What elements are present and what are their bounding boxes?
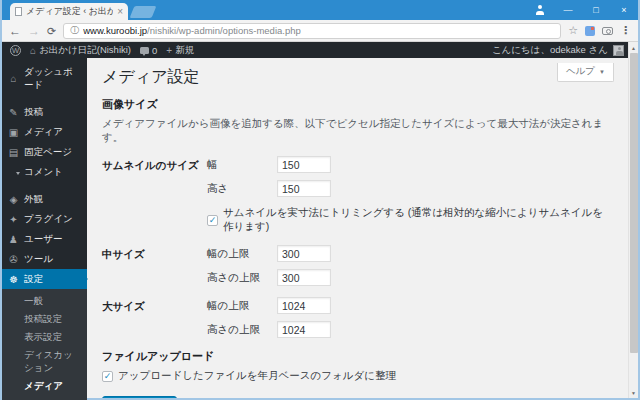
sidebar-item-label: 固定ページ xyxy=(24,146,72,159)
submenu-item-reading[interactable]: 表示設定 xyxy=(2,328,87,346)
help-label: ヘルプ xyxy=(566,65,595,78)
scroll-down-icon[interactable]: ▼ xyxy=(631,387,636,398)
browser-tab[interactable]: メディア設定 ‹ お出かけ日記 × xyxy=(10,3,128,20)
screenshot-extension-icon[interactable] xyxy=(602,27,613,35)
sidebar-item-label: 外観 xyxy=(24,193,43,206)
scrollbar-thumb[interactable] xyxy=(630,53,638,353)
thumbnail-width-input[interactable] xyxy=(277,156,331,173)
home-icon: ⌂ xyxy=(30,45,36,56)
maximize-button[interactable]: □ xyxy=(582,0,610,20)
scroll-up-icon[interactable]: ▲ xyxy=(631,42,636,53)
medium-height-field: 高さの上限 xyxy=(207,269,331,286)
site-name-label: お出かけ日記(Nishiki) xyxy=(39,44,131,57)
sidebar-item-settings[interactable]: ☸ 設定 xyxy=(2,269,87,289)
upload-organize-row: ✓ アップロードしたファイルを年月ベースのフォルダに整理 xyxy=(102,369,612,383)
plugins-icon: ✦ xyxy=(8,214,19,225)
page-info-icon[interactable]: ⓘ xyxy=(70,24,79,37)
dashboard-icon: ⌂ xyxy=(8,73,19,84)
comments-menu[interactable]: 0 xyxy=(140,45,157,56)
sidebar-item-label: プラグイン xyxy=(24,213,73,226)
appearance-icon: ◈ xyxy=(8,194,19,205)
submenu-item-discussion[interactable]: ディスカッション xyxy=(2,346,87,377)
file-upload-heading: ファイルアップロード xyxy=(102,349,612,364)
posts-pin-icon: ✎ xyxy=(8,107,19,118)
image-sizes-description: メディアファイルから画像を追加する際、以下でピクセル指定したサイズによって最大寸… xyxy=(102,117,612,145)
forward-icon: → xyxy=(28,25,40,37)
wordpress-logo-icon: W xyxy=(10,45,21,56)
sidebar-item-pages[interactable]: ▤ 固定ページ xyxy=(2,142,87,162)
pages-icon: ▤ xyxy=(8,147,19,158)
wp-logo-menu[interactable]: W xyxy=(10,45,21,56)
upload-organize-label: アップロードしたファイルを年月ベースのフォルダに整理 xyxy=(118,369,396,383)
new-content-menu[interactable]: + 新規 xyxy=(166,44,194,57)
sidebar-item-plugins[interactable]: ✦ プラグイン xyxy=(2,209,87,229)
sidebar-item-label: ダッシュボード xyxy=(24,66,81,92)
medium-height-input[interactable] xyxy=(277,269,331,286)
large-fields: 幅の上限 高さの上限 xyxy=(207,297,331,338)
window-controls: — □ × xyxy=(526,0,638,20)
large-width-field: 幅の上限 xyxy=(207,297,331,314)
upload-organize-checkbox[interactable]: ✓ xyxy=(102,371,113,382)
vertical-scrollbar[interactable]: ▲ ▼ xyxy=(628,42,638,398)
medium-fields: 幅の上限 高さの上限 xyxy=(207,245,331,286)
sidebar-item-users[interactable]: ♟ ユーザー xyxy=(2,229,87,249)
browser-window: メディア設定 ‹ お出かけ日記 × — □ × ← → ⟳ ⓘ www.kuro… xyxy=(0,0,640,400)
large-size-row: 大サイズ 幅の上限 高さの上限 xyxy=(102,297,612,338)
submenu-item-general[interactable]: 一般 xyxy=(2,292,87,310)
medium-size-label: 中サイズ xyxy=(102,245,207,286)
sidebar-item-label: 設定 xyxy=(24,273,43,286)
sidebar-item-posts[interactable]: ✎ 投稿 xyxy=(2,102,87,122)
comment-count: 0 xyxy=(152,45,157,56)
minimize-button[interactable]: — xyxy=(554,0,582,20)
thumbnail-crop-checkbox[interactable]: ✓ xyxy=(207,215,218,226)
submenu-item-writing[interactable]: 投稿設定 xyxy=(2,310,87,328)
sidebar-item-label: ツール xyxy=(24,253,53,266)
back-icon[interactable]: ← xyxy=(9,25,21,37)
save-changes-button[interactable]: 変更を保存 xyxy=(102,396,177,398)
large-height-field: 高さの上限 xyxy=(207,321,331,338)
help-button[interactable]: ヘルプ ▼ xyxy=(557,63,614,82)
site-name-menu[interactable]: ⌂ お出かけ日記(Nishiki) xyxy=(30,44,131,57)
width-label: 幅 xyxy=(207,158,277,172)
large-width-input[interactable] xyxy=(277,297,331,314)
large-height-input[interactable] xyxy=(277,321,331,338)
users-icon: ♟ xyxy=(8,234,19,245)
sidebar-item-comments[interactable]: コメント xyxy=(2,162,87,182)
page-title: メディア設定 xyxy=(102,67,612,88)
height-label: 高さ xyxy=(207,182,277,196)
tools-icon: ✇ xyxy=(8,254,19,265)
thumbnail-fields: 幅 高さ ✓ サムネイルを実寸法にトリミングする (通常は相対的な縮小によりサム… xyxy=(207,156,612,234)
wp-admin-bar: W ⌂ お出かけ日記(Nishiki) 0 + 新規 こんにちは、odekake… xyxy=(2,42,638,58)
sidebar-item-appearance[interactable]: ◈ 外観 xyxy=(2,189,87,209)
reload-icon[interactable]: ⟳ xyxy=(47,25,56,37)
url-host: www.kuroobi.jp xyxy=(83,25,147,36)
url-text: www.kuroobi.jp/nishiki/wp-admin/options-… xyxy=(83,25,301,36)
submenu-item-media[interactable]: メディア xyxy=(2,377,87,395)
greeting-label: こんにちは、odekake さん xyxy=(492,44,608,57)
sidebar-item-tools[interactable]: ✇ ツール xyxy=(2,249,87,269)
admin-sidebar: ⌂ ダッシュボード ✎ 投稿 ▣ メディア ▤ 固定ページ コメント xyxy=(2,58,87,398)
settings-gear-icon: ☸ xyxy=(8,274,19,285)
address-bar[interactable]: ⓘ www.kuroobi.jp/nishiki/wp-admin/option… xyxy=(63,23,561,39)
medium-size-row: 中サイズ 幅の上限 高さの上限 xyxy=(102,245,612,286)
max-width-label: 幅の上限 xyxy=(207,299,277,313)
extension-icon[interactable] xyxy=(585,26,595,36)
medium-width-input[interactable] xyxy=(277,245,331,262)
plus-icon: + xyxy=(166,45,172,56)
tab-close-icon[interactable]: × xyxy=(117,7,123,17)
thumbnail-crop-row: ✓ サムネイルを実寸法にトリミングする (通常は相対的な縮小によりサムネイルを作… xyxy=(207,206,612,234)
new-tab-button[interactable] xyxy=(130,6,157,18)
avatar xyxy=(613,45,624,56)
thumbnail-height-input[interactable] xyxy=(277,180,331,197)
sidebar-item-dashboard[interactable]: ⌂ ダッシュボード xyxy=(2,62,87,95)
submenu-item-permalinks[interactable]: パーマリンク設定 xyxy=(2,395,87,400)
browser-menu-icon[interactable]: ⋮ xyxy=(620,24,631,37)
admin-bar-account[interactable]: こんにちは、odekake さん xyxy=(492,44,624,57)
sidebar-item-media[interactable]: ▣ メディア xyxy=(2,122,87,142)
profile-button[interactable] xyxy=(526,0,554,20)
sidebar-item-label: 投稿 xyxy=(24,106,43,119)
sidebar-item-label: メディア xyxy=(24,126,63,139)
close-button[interactable]: × xyxy=(610,0,638,20)
browser-titlebar: メディア設定 ‹ お出かけ日記 × — □ × xyxy=(2,0,638,20)
bookmark-star-icon[interactable]: ☆ xyxy=(568,24,578,37)
